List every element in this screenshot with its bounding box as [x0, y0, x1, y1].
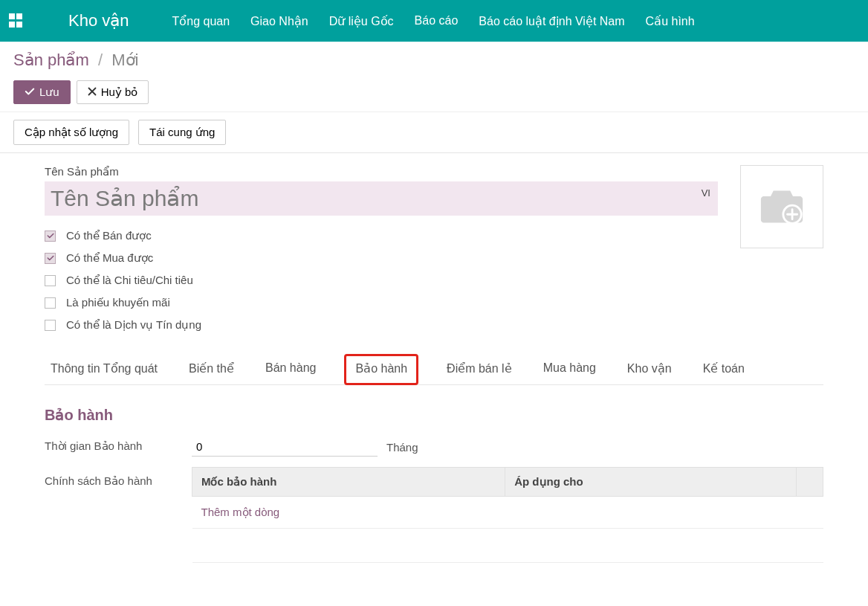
breadcrumb-current: Mới	[111, 51, 138, 69]
tab-sales[interactable]: Bán hàng	[262, 354, 320, 384]
form-sheet: Tên Sản phẩm VI Có thể Bán được Có thể M…	[0, 152, 868, 593]
checkbox-icon	[45, 275, 56, 286]
tab-bar: Thông tin Tổng quát Biến thể Bán hàng Bả…	[45, 354, 823, 385]
save-button[interactable]: Lưu	[13, 80, 71, 104]
warranty-period-row: Thời gian Bảo hành Tháng	[45, 437, 823, 457]
save-label: Lưu	[39, 86, 59, 99]
image-uploader[interactable]	[740, 165, 823, 248]
discard-button[interactable]: Huỷ bỏ	[77, 80, 149, 104]
tab-variants[interactable]: Biến thể	[186, 354, 237, 384]
update-qty-button[interactable]: Cập nhật số lượng	[13, 120, 129, 145]
warranty-policy-row: Chính sách Bảo hành Mốc bảo hành Áp dụng…	[45, 467, 823, 563]
check-can-buy[interactable]: Có thể Mua được	[45, 251, 718, 265]
col-apply[interactable]: Áp dụng cho	[505, 468, 797, 497]
check-label: Có thể là Dịch vụ Tín dụng	[66, 318, 201, 332]
nav-master-data[interactable]: Dữ liệu Gốc	[329, 14, 394, 28]
checkbox-icon	[45, 297, 56, 309]
subheader: Sản phẩm / Mới Lưu Huỷ bỏ	[0, 42, 868, 104]
lang-badge[interactable]: VI	[702, 187, 710, 199]
check-can-sell[interactable]: Có thể Bán được	[45, 229, 718, 242]
checkbox-icon	[45, 320, 56, 331]
breadcrumb-sep: /	[98, 51, 103, 69]
camera-add-icon	[760, 186, 804, 228]
check-voucher[interactable]: Là phiếu khuyến mãi	[45, 296, 718, 309]
breadcrumb-root[interactable]: Sản phẩm	[13, 51, 89, 69]
nav-transfer[interactable]: Giao Nhận	[250, 14, 308, 28]
tab-inventory[interactable]: Kho vận	[624, 354, 675, 384]
product-name-field: VI	[45, 181, 718, 216]
discard-label: Huỷ bỏ	[101, 86, 138, 99]
checkbox-icon	[45, 231, 56, 242]
check-label: Là phiếu khuyến mãi	[66, 296, 170, 309]
tab-accounting[interactable]: Kế toán	[700, 354, 748, 384]
checkbox-icon	[45, 253, 56, 264]
warranty-policy-table: Mốc bảo hành Áp dụng cho Thêm một dòng	[192, 467, 823, 563]
option-checks: Có thể Bán được Có thể Mua được Có thể l…	[45, 229, 718, 332]
nav-overview[interactable]: Tổng quan	[172, 14, 230, 28]
tab-warranty[interactable]: Bảo hành	[344, 354, 418, 385]
nav-vn-report[interactable]: Báo cáo luật định Việt Nam	[479, 14, 624, 28]
check-expense[interactable]: Có thể là Chi tiêu/Chi tiêu	[45, 274, 718, 287]
nav-report[interactable]: Báo cáo	[415, 14, 459, 28]
tab-general[interactable]: Thông tin Tổng quát	[48, 354, 161, 384]
nav-config[interactable]: Cấu hình	[646, 14, 695, 28]
check-label: Có thể Bán được	[66, 229, 152, 242]
product-name-label: Tên Sản phẩm	[45, 165, 718, 178]
replenish-button[interactable]: Tái cung ứng	[138, 120, 226, 145]
check-icon	[25, 86, 35, 99]
app-brand[interactable]: Kho vận	[68, 11, 129, 30]
check-label: Có thể Mua được	[66, 251, 153, 265]
warranty-title: Bảo hành	[45, 406, 823, 424]
secondary-actions: Cập nhật số lượng Tái cung ứng	[0, 112, 868, 152]
warranty-period-label: Thời gian Bảo hành	[45, 437, 192, 453]
table-row: Thêm một dòng	[192, 497, 823, 529]
col-tools	[797, 468, 823, 497]
warranty-period-input[interactable]	[192, 437, 378, 457]
add-line-link[interactable]: Thêm một dòng	[201, 506, 280, 518]
close-icon	[88, 87, 97, 98]
apps-icon[interactable]	[9, 13, 24, 28]
product-name-input[interactable]	[45, 181, 718, 216]
check-credit-service[interactable]: Có thể là Dịch vụ Tín dụng	[45, 318, 718, 332]
warranty-period-unit: Tháng	[386, 441, 418, 454]
col-milestone[interactable]: Mốc bảo hành	[192, 468, 505, 497]
tab-content-warranty: Bảo hành Thời gian Bảo hành Tháng Chính …	[45, 385, 823, 563]
tab-pos[interactable]: Điểm bán lẻ	[444, 354, 515, 384]
top-nav: Kho vận Tổng quan Giao Nhận Dữ liệu Gốc …	[0, 0, 868, 42]
check-label: Có thể là Chi tiêu/Chi tiêu	[66, 274, 193, 287]
breadcrumb: Sản phẩm / Mới	[13, 51, 855, 70]
warranty-policy-label: Chính sách Bảo hành	[45, 467, 192, 488]
tab-purchase[interactable]: Mua hàng	[540, 354, 599, 384]
table-row	[192, 529, 823, 563]
